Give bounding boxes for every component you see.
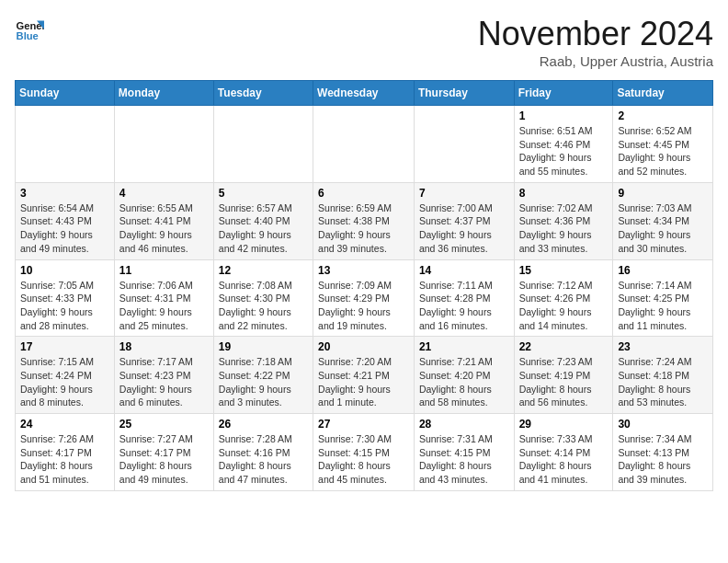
header-sunday: Sunday <box>16 81 115 106</box>
svg-text:Blue: Blue <box>17 30 39 41</box>
day-number: 30 <box>618 418 708 431</box>
calendar-cell: 13Sunrise: 7:09 AM Sunset: 4:29 PM Dayli… <box>313 259 415 337</box>
day-info: Sunrise: 7:20 AM Sunset: 4:21 PM Dayligh… <box>318 355 409 409</box>
calendar-cell: 25Sunrise: 7:27 AM Sunset: 4:17 PM Dayli… <box>114 414 213 491</box>
day-info: Sunrise: 6:57 AM Sunset: 4:40 PM Dayligh… <box>219 201 308 256</box>
day-number: 27 <box>318 418 409 431</box>
calendar-cell: 26Sunrise: 7:28 AM Sunset: 4:16 PM Dayli… <box>213 414 313 491</box>
day-number: 17 <box>20 340 109 353</box>
day-info: Sunrise: 7:33 AM Sunset: 4:14 PM Dayligh… <box>519 432 609 487</box>
calendar-cell <box>213 106 313 183</box>
calendar-cell: 6Sunrise: 6:59 AM Sunset: 4:38 PM Daylig… <box>313 182 415 259</box>
day-number: 28 <box>419 418 509 431</box>
day-info: Sunrise: 7:26 AM Sunset: 4:17 PM Dayligh… <box>20 432 109 487</box>
day-info: Sunrise: 7:27 AM Sunset: 4:17 PM Dayligh… <box>119 432 209 487</box>
day-number: 20 <box>318 340 409 353</box>
day-number: 25 <box>119 418 209 431</box>
calendar-header: SundayMondayTuesdayWednesdayThursdayFrid… <box>16 81 713 106</box>
day-number: 7 <box>419 187 509 200</box>
calendar-cell <box>114 106 213 183</box>
calendar-table: SundayMondayTuesdayWednesdayThursdayFrid… <box>15 80 713 491</box>
title-block: November 2024 Raab, Upper Austria, Austr… <box>478 15 713 69</box>
calendar-cell: 10Sunrise: 7:05 AM Sunset: 4:33 PM Dayli… <box>16 259 115 337</box>
header-tuesday: Tuesday <box>213 81 313 106</box>
calendar-cell: 30Sunrise: 7:34 AM Sunset: 4:13 PM Dayli… <box>613 414 713 491</box>
day-info: Sunrise: 7:03 AM Sunset: 4:34 PM Dayligh… <box>618 201 708 256</box>
day-info: Sunrise: 7:11 AM Sunset: 4:28 PM Dayligh… <box>419 279 509 333</box>
logo-icon: General Blue <box>15 15 44 44</box>
day-number: 13 <box>318 264 409 277</box>
calendar-cell: 5Sunrise: 6:57 AM Sunset: 4:40 PM Daylig… <box>213 182 313 259</box>
day-number: 1 <box>519 109 609 122</box>
day-info: Sunrise: 7:23 AM Sunset: 4:19 PM Dayligh… <box>519 355 609 409</box>
calendar-cell: 18Sunrise: 7:17 AM Sunset: 4:23 PM Dayli… <box>114 337 213 414</box>
day-info: Sunrise: 7:05 AM Sunset: 4:33 PM Dayligh… <box>20 279 109 333</box>
day-info: Sunrise: 7:30 AM Sunset: 4:15 PM Dayligh… <box>318 432 409 487</box>
month-title: November 2024 <box>478 15 713 53</box>
day-info: Sunrise: 7:14 AM Sunset: 4:25 PM Dayligh… <box>618 279 708 333</box>
calendar-cell: 9Sunrise: 7:03 AM Sunset: 4:34 PM Daylig… <box>613 182 713 259</box>
day-number: 11 <box>119 264 209 277</box>
day-number: 6 <box>318 187 409 200</box>
calendar-cell: 1Sunrise: 6:51 AM Sunset: 4:46 PM Daylig… <box>514 106 613 183</box>
calendar-cell: 22Sunrise: 7:23 AM Sunset: 4:19 PM Dayli… <box>514 337 613 414</box>
day-info: Sunrise: 6:52 AM Sunset: 4:45 PM Dayligh… <box>618 124 708 178</box>
calendar-cell: 29Sunrise: 7:33 AM Sunset: 4:14 PM Dayli… <box>514 414 613 491</box>
header-thursday: Thursday <box>414 81 514 106</box>
day-number: 2 <box>618 109 708 122</box>
day-number: 21 <box>419 340 509 353</box>
calendar-cell: 23Sunrise: 7:24 AM Sunset: 4:18 PM Dayli… <box>613 337 713 414</box>
calendar-cell <box>313 106 415 183</box>
calendar-cell: 16Sunrise: 7:14 AM Sunset: 4:25 PM Dayli… <box>613 259 713 337</box>
page-header: General Blue November 2024 Raab, Upper A… <box>15 15 713 69</box>
day-info: Sunrise: 7:09 AM Sunset: 4:29 PM Dayligh… <box>318 279 409 333</box>
day-info: Sunrise: 7:02 AM Sunset: 4:36 PM Dayligh… <box>519 201 609 256</box>
calendar-cell: 8Sunrise: 7:02 AM Sunset: 4:36 PM Daylig… <box>514 182 613 259</box>
day-number: 22 <box>519 340 609 353</box>
day-number: 3 <box>20 187 109 200</box>
calendar-cell: 20Sunrise: 7:20 AM Sunset: 4:21 PM Dayli… <box>313 337 415 414</box>
calendar-cell <box>414 106 514 183</box>
day-number: 23 <box>618 340 708 353</box>
day-info: Sunrise: 6:59 AM Sunset: 4:38 PM Dayligh… <box>318 201 409 256</box>
day-number: 29 <box>519 418 609 431</box>
calendar-cell: 3Sunrise: 6:54 AM Sunset: 4:43 PM Daylig… <box>16 182 115 259</box>
calendar-cell: 7Sunrise: 7:00 AM Sunset: 4:37 PM Daylig… <box>414 182 514 259</box>
header-saturday: Saturday <box>613 81 713 106</box>
day-info: Sunrise: 7:12 AM Sunset: 4:26 PM Dayligh… <box>519 279 609 333</box>
calendar-cell: 17Sunrise: 7:15 AM Sunset: 4:24 PM Dayli… <box>16 337 115 414</box>
day-number: 10 <box>20 264 109 277</box>
day-info: Sunrise: 7:06 AM Sunset: 4:31 PM Dayligh… <box>119 279 209 333</box>
calendar-cell: 4Sunrise: 6:55 AM Sunset: 4:41 PM Daylig… <box>114 182 213 259</box>
day-number: 26 <box>219 418 308 431</box>
calendar-cell: 2Sunrise: 6:52 AM Sunset: 4:45 PM Daylig… <box>613 106 713 183</box>
day-info: Sunrise: 7:00 AM Sunset: 4:37 PM Dayligh… <box>419 201 509 256</box>
header-monday: Monday <box>114 81 213 106</box>
day-info: Sunrise: 7:31 AM Sunset: 4:15 PM Dayligh… <box>419 432 509 487</box>
day-info: Sunrise: 6:51 AM Sunset: 4:46 PM Dayligh… <box>519 124 609 178</box>
calendar-cell: 27Sunrise: 7:30 AM Sunset: 4:15 PM Dayli… <box>313 414 415 491</box>
calendar-cell: 12Sunrise: 7:08 AM Sunset: 4:30 PM Dayli… <box>213 259 313 337</box>
day-info: Sunrise: 7:21 AM Sunset: 4:20 PM Dayligh… <box>419 355 509 409</box>
location: Raab, Upper Austria, Austria <box>478 53 713 69</box>
header-friday: Friday <box>514 81 613 106</box>
calendar-cell: 28Sunrise: 7:31 AM Sunset: 4:15 PM Dayli… <box>414 414 514 491</box>
calendar-cell: 11Sunrise: 7:06 AM Sunset: 4:31 PM Dayli… <box>114 259 213 337</box>
day-number: 5 <box>219 187 308 200</box>
day-info: Sunrise: 7:18 AM Sunset: 4:22 PM Dayligh… <box>219 355 308 409</box>
day-info: Sunrise: 6:54 AM Sunset: 4:43 PM Dayligh… <box>20 201 109 256</box>
calendar-cell: 14Sunrise: 7:11 AM Sunset: 4:28 PM Dayli… <box>414 259 514 337</box>
calendar-cell: 19Sunrise: 7:18 AM Sunset: 4:22 PM Dayli… <box>213 337 313 414</box>
calendar-cell: 15Sunrise: 7:12 AM Sunset: 4:26 PM Dayli… <box>514 259 613 337</box>
day-info: Sunrise: 7:17 AM Sunset: 4:23 PM Dayligh… <box>119 355 209 409</box>
day-info: Sunrise: 6:55 AM Sunset: 4:41 PM Dayligh… <box>119 201 209 256</box>
day-info: Sunrise: 7:08 AM Sunset: 4:30 PM Dayligh… <box>219 279 308 333</box>
day-number: 9 <box>618 187 708 200</box>
day-number: 8 <box>519 187 609 200</box>
day-info: Sunrise: 7:28 AM Sunset: 4:16 PM Dayligh… <box>219 432 308 487</box>
day-number: 15 <box>519 264 609 277</box>
day-info: Sunrise: 7:24 AM Sunset: 4:18 PM Dayligh… <box>618 355 708 409</box>
day-number: 12 <box>219 264 308 277</box>
day-info: Sunrise: 7:15 AM Sunset: 4:24 PM Dayligh… <box>20 355 109 409</box>
day-number: 14 <box>419 264 509 277</box>
